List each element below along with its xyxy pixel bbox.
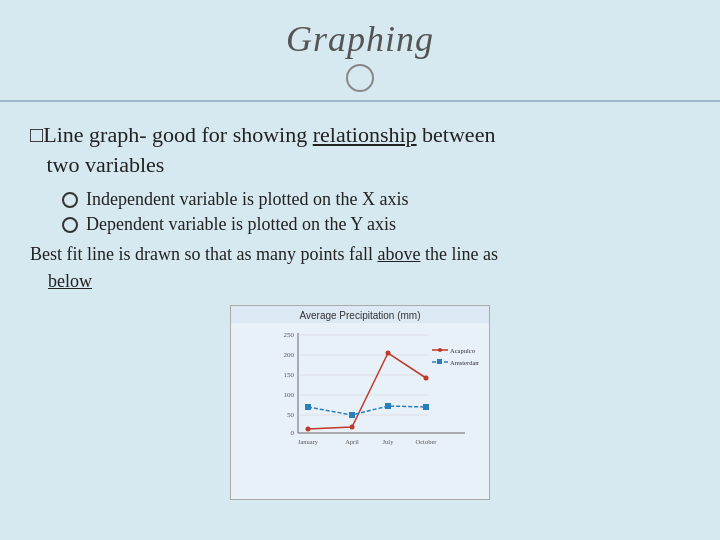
svg-text:October: October [416,438,438,445]
svg-text:April: April [345,438,359,445]
bullet-list: Independent variable is plotted on the X… [62,189,690,235]
bullet-text-1: Independent variable is plotted on the X… [86,189,408,210]
svg-text:July: July [383,438,395,445]
main-point: □Line graph- good for showing relationsh… [30,120,690,179]
svg-text:150: 150 [284,371,295,379]
svg-text:Amsterdam: Amsterdam [450,359,479,366]
header-circle-decoration [346,64,374,92]
bullet-item-independent: Independent variable is plotted on the X… [62,189,690,210]
best-fit-text: Best fit line is drawn so that as many p… [30,241,690,295]
svg-point-20 [424,376,429,381]
chart-title: Average Precipitation (mm) [231,306,489,323]
bullet-item-dependent: Dependent variable is plotted on the Y a… [62,214,690,235]
slide-header: Graphing [0,0,720,102]
bullet-icon-1 [62,192,78,208]
svg-text:250: 250 [284,331,295,339]
svg-rect-21 [305,404,311,410]
svg-point-19 [386,351,391,356]
svg-point-26 [438,348,442,352]
below-underline: below [48,271,92,291]
bullet-text-2: Dependent variable is plotted on the Y a… [86,214,396,235]
slide-content: □Line graph- good for showing relationsh… [0,102,720,540]
svg-rect-23 [385,403,391,409]
svg-text:200: 200 [284,351,295,359]
svg-text:50: 50 [287,411,295,419]
chart-svg: 250 200 150 100 50 0 January April July … [261,328,479,458]
page-title: Graphing [20,18,700,60]
svg-rect-22 [349,412,355,418]
svg-text:100: 100 [284,391,295,399]
chart-container: Average Precipitation (mm) 250 200 150 1… [230,305,490,500]
svg-text:0: 0 [291,429,295,437]
svg-point-17 [306,427,311,432]
above-underline: above [377,244,420,264]
svg-rect-29 [437,359,442,364]
chart-area: 250 200 150 100 50 0 January April July … [231,323,489,478]
bullet-icon-2 [62,217,78,233]
main-point-prefix: □Line graph- good for showing [30,122,313,147]
svg-text:Acapulco: Acapulco [450,347,475,354]
slide: Graphing □Line graph- good for showing r… [0,0,720,540]
svg-point-18 [350,425,355,430]
svg-rect-24 [423,404,429,410]
main-point-underline: relationship [313,122,417,147]
svg-text:January: January [298,438,319,445]
